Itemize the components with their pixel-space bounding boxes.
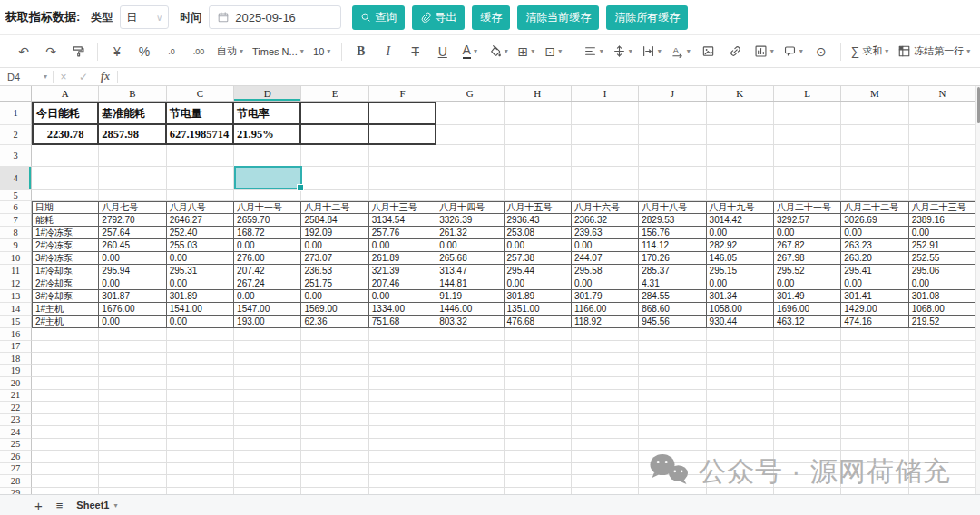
cell-H14[interactable]: 1351.00 bbox=[505, 303, 572, 316]
cell-K19[interactable] bbox=[707, 365, 774, 378]
cell-L12[interactable]: 0.00 bbox=[774, 277, 841, 290]
cell-J17[interactable] bbox=[639, 341, 706, 354]
cell-B1[interactable]: 基准能耗 bbox=[99, 102, 166, 125]
cell-N3[interactable] bbox=[909, 145, 976, 167]
column-header-A[interactable]: A bbox=[32, 86, 99, 101]
cell-G17[interactable] bbox=[436, 341, 504, 354]
cell-H20[interactable] bbox=[505, 377, 572, 390]
cell-D8[interactable]: 168.72 bbox=[234, 227, 301, 239]
cell-L22[interactable] bbox=[774, 402, 841, 414]
cell-J12[interactable]: 4.31 bbox=[639, 277, 706, 290]
cell-D2[interactable]: 21.95% bbox=[234, 125, 301, 145]
cell-N13[interactable]: 301.08 bbox=[909, 290, 976, 303]
cell-I7[interactable]: 2366.32 bbox=[572, 214, 639, 227]
cell-A28[interactable] bbox=[32, 475, 99, 488]
cell-J4[interactable] bbox=[639, 167, 706, 190]
cell-F11[interactable]: 321.39 bbox=[369, 265, 436, 277]
cell-M29[interactable] bbox=[841, 488, 908, 495]
cell-C19[interactable] bbox=[167, 365, 234, 378]
cell-F6[interactable]: 八月十三号 bbox=[369, 201, 436, 214]
cell-D5[interactable] bbox=[234, 190, 301, 201]
cell-H12[interactable]: 0.00 bbox=[505, 277, 572, 290]
cell-E2[interactable] bbox=[301, 125, 368, 145]
row-header-12[interactable]: 12 bbox=[0, 277, 32, 290]
link-icon[interactable] bbox=[723, 40, 749, 63]
cell-N17[interactable] bbox=[909, 341, 976, 354]
cell-I11[interactable]: 295.58 bbox=[572, 265, 639, 277]
cell-K17[interactable] bbox=[707, 341, 774, 354]
cell-K20[interactable] bbox=[707, 377, 774, 390]
cell-L4[interactable] bbox=[774, 167, 841, 190]
cell-K5[interactable] bbox=[707, 190, 774, 201]
query-button[interactable]: 查询 bbox=[352, 5, 405, 30]
cell-D23[interactable] bbox=[234, 414, 301, 427]
cell-A2[interactable]: 2230.78 bbox=[32, 125, 99, 145]
cell-D27[interactable] bbox=[234, 463, 301, 476]
cell-E5[interactable] bbox=[301, 190, 368, 201]
cell-G5[interactable] bbox=[436, 190, 504, 201]
cell-N4[interactable] bbox=[909, 167, 976, 190]
cell-I26[interactable] bbox=[572, 451, 639, 463]
cell-E17[interactable] bbox=[301, 341, 368, 354]
cell-E18[interactable] bbox=[301, 353, 368, 365]
cell-F12[interactable]: 207.46 bbox=[369, 277, 436, 290]
cell-A5[interactable] bbox=[32, 190, 99, 201]
cell-H9[interactable]: 0.00 bbox=[505, 239, 572, 252]
cell-J1[interactable] bbox=[639, 102, 706, 125]
cell-H13[interactable]: 301.89 bbox=[505, 290, 572, 303]
cell-D22[interactable] bbox=[234, 402, 301, 414]
chart-icon[interactable]: ▾ bbox=[750, 40, 778, 63]
cell-B12[interactable]: 0.00 bbox=[99, 277, 166, 290]
cell-L9[interactable]: 267.82 bbox=[774, 239, 841, 252]
cell-D10[interactable]: 276.00 bbox=[234, 252, 301, 265]
selected-cell-D4[interactable] bbox=[234, 166, 302, 189]
cell-K29[interactable] bbox=[707, 488, 774, 495]
cell-K26[interactable] bbox=[707, 451, 774, 463]
cell-M10[interactable]: 263.20 bbox=[841, 252, 908, 265]
cell-A25[interactable] bbox=[32, 439, 99, 452]
cell-F22[interactable] bbox=[369, 402, 436, 414]
cell-G7[interactable]: 3326.39 bbox=[436, 214, 504, 227]
cell-K22[interactable] bbox=[707, 402, 774, 414]
cell-L28[interactable] bbox=[774, 475, 841, 488]
column-header-C[interactable]: C bbox=[167, 86, 234, 101]
row-header-27[interactable]: 27 bbox=[0, 463, 32, 476]
row-header-4[interactable]: 4 bbox=[0, 167, 32, 190]
cell-H4[interactable] bbox=[505, 167, 572, 190]
cell-G16[interactable] bbox=[436, 328, 504, 341]
row-header-21[interactable]: 21 bbox=[0, 390, 32, 403]
cell-F2[interactable] bbox=[369, 125, 436, 145]
cell-D15[interactable]: 193.00 bbox=[234, 316, 301, 328]
cell-B8[interactable]: 257.64 bbox=[99, 227, 166, 239]
row-header-9[interactable]: 9 bbox=[0, 239, 32, 252]
cell-M7[interactable]: 3026.69 bbox=[841, 214, 908, 227]
cell-C7[interactable]: 2646.27 bbox=[167, 214, 234, 227]
cell-G25[interactable] bbox=[436, 439, 504, 452]
cell-D26[interactable] bbox=[234, 451, 301, 463]
cell-A6[interactable]: 日期 bbox=[32, 201, 99, 214]
cell-D16[interactable] bbox=[234, 328, 301, 341]
cell-K10[interactable]: 146.05 bbox=[707, 252, 774, 265]
cell-G3[interactable] bbox=[436, 145, 504, 167]
increase-decimal-icon[interactable]: .00 bbox=[186, 40, 211, 63]
cell-I28[interactable] bbox=[572, 475, 639, 488]
row-header-15[interactable]: 15 bbox=[0, 316, 32, 328]
cell-M11[interactable]: 295.41 bbox=[841, 265, 908, 277]
row-header-11[interactable]: 11 bbox=[0, 265, 32, 277]
horizontal-align-icon[interactable]: ▾ bbox=[580, 40, 607, 63]
cell-L23[interactable] bbox=[774, 414, 841, 427]
cell-D3[interactable] bbox=[234, 145, 301, 167]
fill-color-icon[interactable]: ▾ bbox=[485, 40, 512, 63]
cell-G4[interactable] bbox=[436, 167, 504, 190]
cell-G23[interactable] bbox=[436, 414, 504, 427]
cell-I13[interactable]: 301.79 bbox=[572, 290, 639, 303]
cell-I2[interactable] bbox=[572, 125, 639, 145]
cell-I27[interactable] bbox=[572, 463, 639, 476]
cell-I24[interactable] bbox=[572, 426, 639, 439]
cell-M9[interactable]: 263.23 bbox=[841, 239, 908, 252]
cell-F18[interactable] bbox=[369, 353, 436, 365]
cell-A9[interactable]: 2#冷冻泵 bbox=[32, 239, 99, 252]
cell-N16[interactable] bbox=[909, 328, 976, 341]
cell-M8[interactable]: 0.00 bbox=[841, 227, 908, 239]
cell-C1[interactable]: 节电量 bbox=[167, 102, 234, 125]
